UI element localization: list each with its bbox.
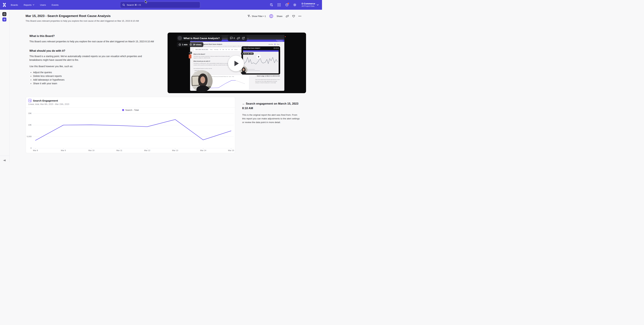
recording-dot: [285, 36, 286, 37]
series-line: [36, 119, 231, 140]
nested-play-button[interactable]: [256, 54, 261, 59]
mini-note-body: This is the original report the alert wa…: [255, 79, 280, 84]
mini-project-scope: All Project Data: [278, 41, 283, 42]
project-scope: All Project Data: [302, 5, 315, 7]
nested-nav-bar: [243, 50, 279, 52]
mini-range: Today: [210, 49, 212, 50]
search-input[interactable]: Search ⌘ + K: [120, 2, 200, 8]
settings-gear-icon[interactable]: [293, 3, 296, 6]
video-views: 19 views: [193, 43, 202, 46]
video-player-card[interactable]: Mar 15, 2023 - Search Engag... Boards Re…: [168, 32, 306, 93]
nested-video-icons: [274, 48, 279, 49]
favorite-button[interactable]: [292, 15, 295, 17]
left-rail: [0, 10, 10, 162]
gridlines: [32, 113, 234, 148]
video-avatar: [178, 36, 182, 40]
share-button[interactable]: Share: [276, 15, 282, 17]
x-axis-label: Mar 12: [144, 149, 150, 151]
mini-range: 30D: [222, 49, 224, 50]
link-icon: [286, 15, 289, 18]
webcam-bubble: [191, 70, 212, 92]
video-actions-pill: 0: [228, 35, 247, 41]
mini-range: 6M: [228, 49, 230, 50]
nested-screen: [243, 52, 279, 73]
x-ticks: [36, 148, 231, 149]
video-timestamp: 0:02: [188, 52, 192, 54]
mixpanel-logo[interactable]: [2, 3, 6, 7]
report-card-search-engagement: Search Engagement Linear, total, Mar 8th…: [26, 97, 235, 153]
add-button[interactable]: [2, 17, 6, 21]
data-management-icon[interactable]: [270, 3, 273, 6]
more-menu-button[interactable]: [298, 16, 301, 16]
x-axis-label: Mar 11: [116, 149, 122, 151]
search-icon: [122, 3, 125, 6]
clock-icon: [242, 53, 243, 54]
copy-link-button[interactable]: [286, 15, 289, 18]
x-axis-label: Mar 8: [33, 149, 38, 151]
show-filter-label: Show Filter • 1: [252, 15, 266, 17]
mini-range: 3M: [226, 49, 227, 50]
apps-grid-icon[interactable]: [278, 3, 281, 6]
page-title: Mar 15, 2023 - Search Engagement Root Ca…: [26, 14, 110, 18]
page-subtitle: This Board uses relevant properties to h…: [26, 20, 139, 22]
intro-heading-1: What is this Board?: [30, 34, 154, 38]
mini-range: Yesterday: [214, 49, 218, 50]
nested-video-title: What is Root Cause Analysis?: [243, 47, 260, 49]
intro-bullets: Adjust the queries Delete less relevant …: [33, 70, 154, 85]
app-root: Boards Reports Users Events Search ⌘ + K…: [0, 0, 322, 162]
side-note-body: This is the original report the alert wa…: [242, 113, 301, 124]
mini-para-3: Use this Board however you like, such as…: [194, 68, 232, 69]
avatar[interactable]: CM: [269, 14, 273, 18]
mini-avatar: [274, 44, 276, 45]
x-axis-label: Mar 10: [88, 149, 94, 151]
mini-more: …: [281, 44, 282, 45]
open-external-icon[interactable]: [242, 37, 245, 39]
mini-heading-1: What is this Board?: [194, 53, 205, 55]
board-actions: Show Filter • 1 CM Share: [248, 14, 301, 18]
rail-divider: [0, 156, 10, 156]
mini-para-1: This Board uses relevant properties to h…: [194, 55, 232, 59]
mini-legend-label: [Content Discovery] Omnisearch Report Li…: [210, 76, 234, 77]
nav-item-reports[interactable]: Reports: [24, 4, 34, 6]
x-axis-label: Mar 13: [172, 149, 178, 151]
mini-range: 7D: [220, 49, 221, 50]
mini-heading-2: What should you do with it?: [194, 60, 210, 62]
plus-icon: [3, 18, 6, 21]
filter-funnel-icon: [248, 15, 250, 17]
nav-item-boards[interactable]: Boards: [11, 4, 18, 6]
mini-share: Share: [277, 44, 280, 45]
nested-duration: 18 sec: [244, 53, 247, 54]
comment-icon: [230, 37, 233, 39]
video-stats-pill: 1 min 19 views: [177, 42, 203, 47]
heart-icon: [292, 15, 295, 17]
help-icon[interactable]: ?: [285, 3, 288, 6]
discover-button[interactable]: [2, 12, 6, 16]
copy-video-link-icon[interactable]: [237, 37, 240, 40]
side-note-heading: ← Search engagement on March 15, 2023 8:…: [242, 101, 301, 110]
nested-views: 1 view: [250, 53, 253, 54]
chevron-down-icon: [317, 4, 319, 5]
intro-para-3: Use this Board however you like, such as…: [30, 64, 154, 68]
mini-board-actions: Hide Filter Share …: [268, 44, 282, 45]
compass-icon: [3, 13, 6, 15]
nav-item-users[interactable]: Users: [40, 4, 46, 6]
search-placeholder: Search ⌘ + K: [127, 3, 141, 6]
nested-video-frame: What is Root Cause Analysis? 18 sec 1 vi…: [242, 46, 280, 74]
eye-icon: [190, 43, 192, 46]
video-duration: 1 min: [182, 43, 188, 46]
x-axis-label: Mar 14: [200, 149, 206, 151]
mouse-cursor: [145, 0, 148, 4]
list-item: Delete less relevant reports: [33, 74, 154, 78]
expand-sidebar-button[interactable]: [2, 158, 6, 162]
chevron-down-icon: [33, 4, 34, 5]
intro-para-1: This Board uses relevant properties to h…: [30, 40, 154, 43]
project-switcher[interactable]: E-Commerce All Project Data: [301, 2, 319, 7]
side-note: ← Search engagement on March 15, 2023 8:…: [242, 101, 301, 124]
mini-para-2: This Board is a starting point. We've au…: [194, 63, 232, 66]
nav-item-events[interactable]: Events: [52, 4, 58, 6]
intro-section: What is this Board? This Board uses rele…: [30, 34, 154, 85]
play-button[interactable]: [228, 55, 244, 71]
show-filter-button[interactable]: Show Filter • 1: [248, 15, 266, 17]
mini-note-heading: ← Search usage on March 15, 2023 8:10 AM: [255, 75, 281, 77]
comments-button[interactable]: 0: [230, 37, 235, 39]
